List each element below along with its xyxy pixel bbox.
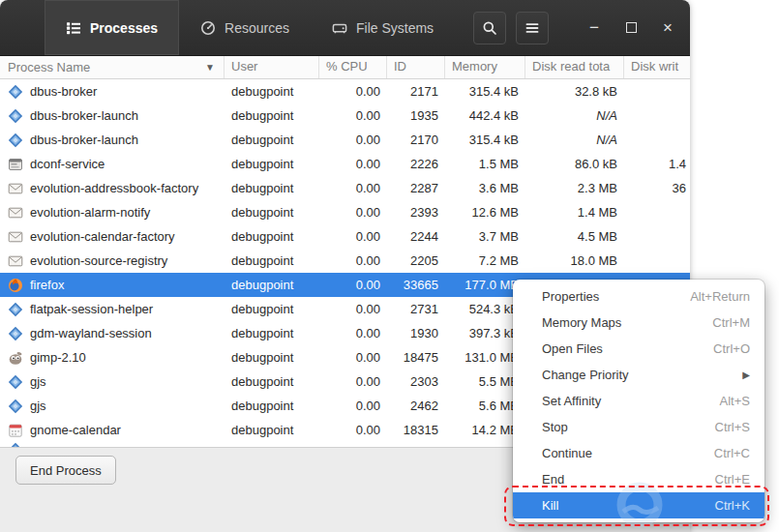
- menu-item-accel: Ctrl+S: [715, 420, 750, 434]
- memory-cell: 3.7 MB: [445, 229, 525, 244]
- column-header-memory[interactable]: Memory: [445, 56, 525, 78]
- resources-icon: [200, 20, 216, 36]
- id-cell: 1930: [387, 326, 445, 340]
- id-cell: 2287: [387, 181, 445, 195]
- app-menu-button[interactable]: [516, 12, 549, 44]
- process-name: gnome-calendar: [30, 423, 121, 437]
- context-menu-item-stop[interactable]: StopCtrl+S: [513, 414, 764, 440]
- column-header-user[interactable]: User: [225, 56, 319, 78]
- process-name-cell: gdm-wayland-session: [0, 326, 225, 341]
- end-process-button[interactable]: End Process: [15, 456, 116, 485]
- headerbar: Processes Resources File Systems: [0, 0, 690, 56]
- table-row[interactable]: evolution-calendar-factorydebugpoint0.00…: [0, 224, 690, 249]
- context-menu-item-kill[interactable]: KillCtrl+K: [513, 492, 764, 518]
- menu-item-label: Kill: [542, 498, 715, 513]
- table-row[interactable]: dbus-broker-launchdebugpoint0.001935442.…: [0, 103, 690, 128]
- cpu-cell: 0.00: [319, 133, 387, 147]
- table-row[interactable]: evolution-alarm-notifydebugpoint0.002393…: [0, 200, 690, 224]
- column-header-cpu[interactable]: % CPU: [319, 56, 387, 78]
- disk-read-cell: 86.0 kB: [525, 157, 624, 171]
- id-cell: 18475: [387, 350, 445, 365]
- cpu-cell: 0.00: [319, 374, 387, 389]
- disk-read-cell: 32.8 kB: [525, 84, 624, 99]
- table-row[interactable]: dbus-broker-launchdebugpoint0.002170315.…: [0, 128, 690, 152]
- cpu-cell: 0.00: [319, 278, 387, 292]
- table-row[interactable]: dconf-servicedebugpoint0.0022261.5 MB86.…: [0, 152, 690, 176]
- close-button[interactable]: ×: [657, 15, 678, 42]
- tab-label: Resources: [225, 20, 289, 36]
- user-cell: debugpoint: [225, 423, 319, 437]
- user-cell: debugpoint: [225, 157, 319, 171]
- tab-file-systems[interactable]: File Systems: [311, 0, 455, 55]
- menu-item-label: Set Affinity: [542, 394, 720, 408]
- sort-descending-icon: ▼: [205, 57, 215, 78]
- window-controls: − ×: [584, 15, 678, 42]
- table-row[interactable]: evolution-source-registrydebugpoint0.002…: [0, 249, 690, 273]
- column-header-id[interactable]: ID: [387, 56, 445, 78]
- process-name: dbus-broker-launch: [30, 133, 138, 147]
- process-name: evolution-calendar-factory: [30, 229, 175, 244]
- table-row[interactable]: evolution-addressbook-factorydebugpoint0…: [0, 176, 690, 200]
- column-header-disk-read-total[interactable]: Disk read tota: [525, 56, 624, 78]
- cpu-cell: 0.00: [319, 423, 387, 437]
- maximize-button[interactable]: [620, 15, 642, 42]
- disk-write-cell: 1.4: [624, 157, 690, 171]
- minimize-button[interactable]: −: [584, 15, 605, 42]
- id-cell: 2170: [387, 133, 445, 147]
- tab-bar: Processes Resources File Systems: [45, 0, 455, 55]
- process-name: gimp-2.10: [30, 350, 86, 365]
- user-cell: debugpoint: [225, 229, 319, 244]
- context-menu-item-change-priority[interactable]: Change Priority▶: [513, 362, 764, 388]
- tab-resources[interactable]: Resources: [179, 0, 311, 55]
- disk-read-cell: 18.0 MB: [525, 253, 624, 268]
- process-name-cell: evolution-addressbook-factory: [0, 181, 225, 196]
- menu-item-label: Properties: [542, 289, 690, 304]
- cpu-cell: 0.00: [319, 205, 387, 220]
- cpu-cell: 0.00: [319, 326, 387, 340]
- context-menu-item-open-files[interactable]: Open FilesCtrl+O: [513, 336, 764, 362]
- user-cell: debugpoint: [225, 374, 319, 389]
- menu-item-accel: Ctrl+M: [712, 315, 750, 330]
- memory-cell: 442.4 kB: [445, 108, 525, 123]
- process-name: gjs: [30, 399, 46, 413]
- column-header-disk-write[interactable]: Disk writ: [624, 56, 690, 78]
- menu-item-label: Stop: [542, 420, 715, 434]
- memory-cell: 1.5 MB: [445, 157, 525, 171]
- cpu-cell: 0.00: [319, 108, 387, 123]
- context-menu-item-properties[interactable]: PropertiesAlt+Return: [513, 283, 764, 310]
- context-menu-item-end[interactable]: EndCtrl+E: [513, 466, 764, 492]
- disk-read-cell: 4.5 MB: [525, 229, 624, 244]
- cpu-cell: 0.00: [319, 84, 387, 99]
- cpu-cell: 0.00: [319, 229, 387, 244]
- process-name-cell: gnome-calendar: [0, 423, 225, 438]
- menu-item-label: End: [542, 472, 715, 487]
- cpu-cell: 0.00: [319, 181, 387, 195]
- process-name: dbus-broker: [30, 84, 97, 99]
- cpu-cell: 0.00: [319, 253, 387, 268]
- menu-item-label: Continue: [542, 446, 714, 460]
- search-button[interactable]: [473, 12, 506, 44]
- process-name-cell: evolution-calendar-factory: [0, 229, 225, 245]
- user-cell: debugpoint: [225, 181, 319, 195]
- table-row[interactable]: dbus-brokerdebugpoint0.002171315.4 kB32.…: [0, 79, 690, 103]
- process-name-cell: firefox: [0, 278, 225, 293]
- mail-icon: [8, 205, 23, 221]
- context-menu-item-memory-maps[interactable]: Memory MapsCtrl+M: [513, 310, 764, 336]
- context-menu-item-continue[interactable]: ContinueCtrl+C: [513, 440, 764, 466]
- process-name: gjs: [30, 374, 46, 389]
- menu-item-label: Memory Maps: [542, 315, 712, 330]
- headerbar-right: − ×: [473, 12, 690, 44]
- calendar-icon: [8, 423, 23, 438]
- id-cell: 2171: [387, 84, 445, 99]
- gimp-icon: [8, 350, 23, 366]
- tab-processes[interactable]: Processes: [45, 0, 179, 55]
- cpu-cell: 0.00: [319, 302, 387, 316]
- firefox-icon: [8, 278, 23, 293]
- disk-read-cell: N/A: [525, 108, 624, 123]
- context-menu-item-set-affinity[interactable]: Set AffinityAlt+S: [513, 388, 764, 414]
- submenu-arrow-icon: ▶: [742, 369, 750, 380]
- column-header-process-name[interactable]: Process Name ▼: [0, 56, 225, 78]
- memory-cell: 315.4 kB: [445, 133, 525, 147]
- process-name: evolution-alarm-notify: [30, 205, 150, 220]
- screenshot-canvas: Processes Resources File Systems: [0, 0, 779, 532]
